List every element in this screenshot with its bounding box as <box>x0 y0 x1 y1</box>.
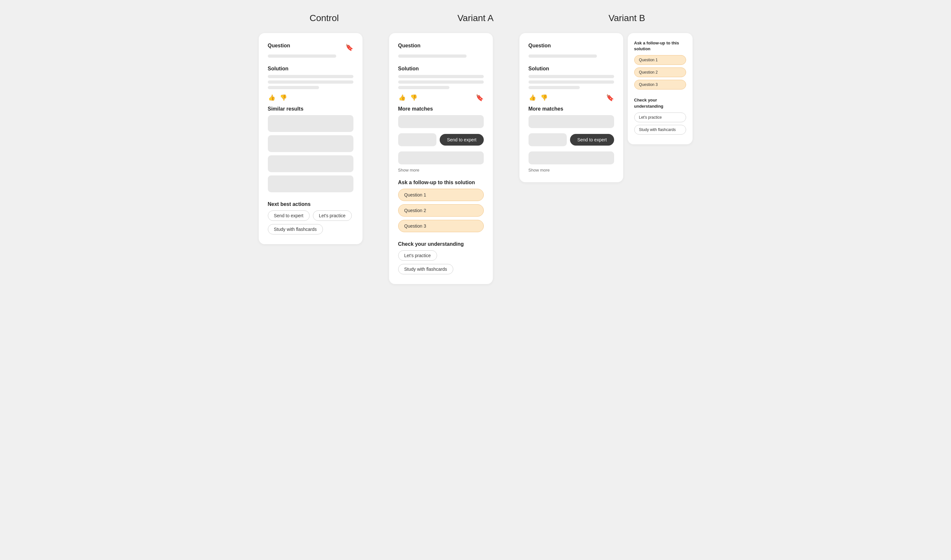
control-question-label: Question <box>268 43 290 49</box>
va-solution-label: Solution <box>398 66 484 72</box>
va-icon-row: 👍 👎 🔖 <box>398 94 484 102</box>
vb-show-more[interactable]: Show more <box>528 168 614 172</box>
question-skeleton-bar <box>268 54 336 58</box>
similar-block-4 <box>268 175 354 192</box>
control-title: Control <box>249 13 400 23</box>
va-match-bar-send <box>398 133 437 146</box>
thumbs-up-icon[interactable]: 👍 <box>268 94 275 102</box>
vb-solution-label: Solution <box>528 66 614 72</box>
control-icon-row: 👍 👎 <box>268 94 354 102</box>
va-question1-pill[interactable]: Question 1 <box>398 189 484 201</box>
va-send-expert-btn[interactable]: Send to expert <box>440 134 483 146</box>
vb-question-bar <box>528 54 597 58</box>
va-thumbs-down-icon[interactable]: 👎 <box>410 94 418 102</box>
vb-match-bar-2 <box>528 151 614 165</box>
solution-bar-2 <box>268 80 354 84</box>
vb-solution-bar-2 <box>528 80 614 84</box>
vb-bookmark-icon[interactable]: 🔖 <box>606 94 614 102</box>
va-solution-bar-3 <box>398 86 449 89</box>
control-similar-label: Similar results <box>268 106 354 112</box>
vb-more-matches-label: More matches <box>528 106 614 112</box>
va-question2-pill[interactable]: Question 2 <box>398 204 484 217</box>
va-question-bar <box>398 54 466 58</box>
vb-sidebar-followup-label: Ask a follow-up to this solution <box>634 40 686 52</box>
variant-a-card: Question Solution 👍 👎 🔖 More matches Sen… <box>389 33 493 284</box>
vb-sidebar-q1[interactable]: Question 1 <box>634 55 686 65</box>
vb-sidebar-q2[interactable]: Question 2 <box>634 68 686 77</box>
vb-sidebar-check-label: Check your understanding <box>634 97 686 109</box>
control-question-header: Question 🔖 <box>268 43 354 52</box>
vb-send-expert-btn[interactable]: Send to expert <box>570 134 614 146</box>
va-show-more[interactable]: Show more <box>398 168 484 172</box>
vb-solution-bar-3 <box>528 86 580 89</box>
vb-question-header: Question <box>528 43 614 52</box>
variant-b-card: Question Solution 👍 👎 🔖 More matches Sen… <box>519 33 623 182</box>
similar-block-3 <box>268 155 354 172</box>
va-question-label: Question <box>398 43 420 49</box>
va-question3-pill[interactable]: Question 3 <box>398 220 484 232</box>
variant-b-title: Variant B <box>551 13 703 23</box>
vb-question-label: Question <box>528 43 551 49</box>
bookmark-icon[interactable]: 🔖 <box>345 43 354 51</box>
vb-thumbs-up-icon[interactable]: 👍 <box>528 94 536 102</box>
solution-bar-3 <box>268 86 319 89</box>
variant-b-wrapper: Question Solution 👍 👎 🔖 More matches Sen… <box>519 33 692 182</box>
control-pill-row: Send to expert Let's practice <box>268 211 354 221</box>
solution-bar-1 <box>268 75 354 78</box>
similar-block-1 <box>268 115 354 132</box>
vb-solution-bar-1 <box>528 75 614 78</box>
control-solution-label: Solution <box>268 66 354 72</box>
control-study-flashcards-btn[interactable]: Study with flashcards <box>268 224 323 234</box>
vb-sidebar-study-flashcards-btn[interactable]: Study with flashcards <box>634 125 686 135</box>
control-send-expert-btn[interactable]: Send to expert <box>268 211 310 221</box>
va-match-bar-2 <box>398 151 484 165</box>
vb-match-bar-send <box>528 133 567 146</box>
va-bookmark-icon[interactable]: 🔖 <box>476 94 484 102</box>
vb-sidebar-lets-practice-btn[interactable]: Let's practice <box>634 112 686 122</box>
va-more-matches-label: More matches <box>398 106 484 112</box>
vb-sidebar-q3[interactable]: Question 3 <box>634 80 686 89</box>
control-lets-practice-btn[interactable]: Let's practice <box>313 211 352 221</box>
va-lets-practice-btn[interactable]: Let's practice <box>398 250 437 261</box>
title-row: Control Variant A Variant B <box>249 13 703 23</box>
thumbs-down-icon[interactable]: 👎 <box>280 94 287 102</box>
variants-row: Question 🔖 Solution 👍 👎 Similar results … <box>249 33 703 284</box>
control-card: Question 🔖 Solution 👍 👎 Similar results … <box>259 33 363 244</box>
va-check-understanding-label: Check your understanding <box>398 241 484 247</box>
similar-block-2 <box>268 135 354 152</box>
variant-b-sidebar: Ask a follow-up to this solution Questio… <box>628 33 692 144</box>
va-followup-label: Ask a follow-up to this solution <box>398 180 484 186</box>
vb-icon-row: 👍 👎 🔖 <box>528 94 614 102</box>
control-next-actions-label: Next best actions <box>268 202 354 207</box>
variant-a-title: Variant A <box>400 13 551 23</box>
vb-thumbs-down-icon[interactable]: 👎 <box>540 94 548 102</box>
va-question-header: Question <box>398 43 484 52</box>
va-solution-bar-2 <box>398 80 484 84</box>
va-study-flashcards-btn[interactable]: Study with flashcards <box>398 264 453 274</box>
va-solution-bar-1 <box>398 75 484 78</box>
va-thumbs-up-icon[interactable]: 👍 <box>398 94 406 102</box>
va-match-bar-1 <box>398 115 484 128</box>
vb-match-bar-1 <box>528 115 614 128</box>
